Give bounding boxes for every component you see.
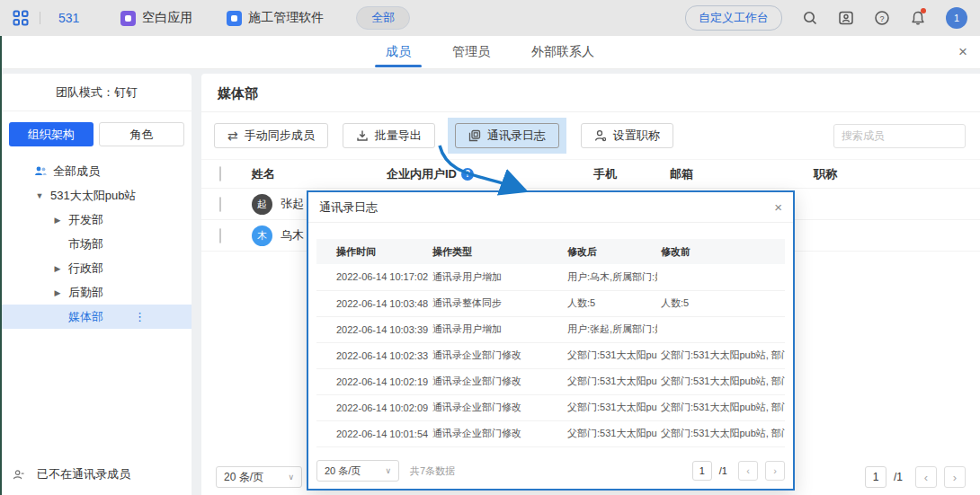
log-row: 2022-06-14 10:03:39 通讯录用户增加 用户:张起,所属部门:媒…	[316, 316, 785, 342]
customize-workbench-button[interactable]: 自定义工作台	[685, 5, 782, 31]
log-after: 用户:张起,所属部门:媒体部、53...	[564, 316, 657, 342]
col-operation-type: 操作类型	[429, 239, 564, 264]
sidebar-view-switch: 组织架构 角色	[2, 111, 192, 159]
close-icon[interactable]: ×	[774, 199, 782, 215]
chevron-down-icon[interactable]: ▼	[34, 191, 45, 200]
batch-export-button[interactable]: 批量导出	[343, 123, 435, 148]
next-page-button[interactable]: ›	[944, 466, 966, 488]
tree-item-logistics-dept[interactable]: ▶ 后勤部	[2, 280, 192, 305]
log-type: 通讯录企业部门修改	[429, 342, 564, 368]
chevron-down-icon: ∨	[385, 466, 391, 475]
topbar-right: 自定义工作台 ? 1	[685, 5, 967, 31]
section-tabs-bar: 成员 管理员 外部联系人 ×	[0, 36, 980, 69]
app-tab-construction-app[interactable]: 施工管理软件	[227, 10, 324, 26]
log-type: 通讯录用户增加	[429, 264, 564, 290]
log-type: 通讯录用户增加	[429, 316, 564, 342]
manual-sync-button[interactable]: ⇄ 手动同步成员	[214, 123, 328, 148]
notification-bell-icon[interactable]	[910, 10, 926, 26]
person-gear-icon	[594, 129, 607, 142]
all-apps-pill[interactable]: 全部	[356, 6, 410, 30]
more-options-icon[interactable]: ⋮	[134, 310, 146, 323]
removed-members-link[interactable]: 已不在通讯录成员	[13, 466, 130, 482]
col-name: 姓名	[252, 166, 275, 182]
col-operation-time: 操作时间	[316, 239, 429, 264]
contact-log-button[interactable]: 通讯录日志	[455, 123, 559, 148]
log-row: 2022-06-14 10:03:48 通讯录整体同步 人数:5 人数:5	[316, 290, 785, 316]
org-structure-button[interactable]: 组织架构	[9, 122, 94, 146]
apps-grid-icon[interactable]	[13, 10, 29, 26]
log-before: 父部门:531大太阳pub站, 部门:AA	[657, 342, 785, 368]
app-tab-blank-app[interactable]: 空白应用	[120, 10, 192, 26]
chevron-right-icon[interactable]: ▶	[52, 216, 63, 225]
log-after: 人数:5	[564, 290, 657, 316]
set-job-title-button[interactable]: 设置职称	[581, 123, 673, 148]
tree-item-label: 开发部	[68, 212, 103, 228]
members-table-header: 姓名 企业内用户ID ? 手机 邮箱 职称	[201, 159, 980, 189]
col-email: 邮箱	[670, 167, 693, 181]
log-row: 2022-06-14 10:02:09 通讯录企业部门修改 父部门:531大太阳…	[316, 394, 785, 420]
download-icon	[356, 129, 369, 142]
tree-item-market-dept[interactable]: 市场部	[2, 232, 192, 256]
pager: 1 /1 ‹ ›	[865, 466, 966, 488]
total-pages: /1	[719, 465, 727, 476]
tree-item-dev-dept[interactable]: ▶ 开发部	[2, 208, 192, 232]
workspace-name[interactable]: 531	[58, 11, 79, 25]
app-tab-label: 施工管理软件	[248, 10, 324, 26]
search-icon[interactable]	[802, 10, 818, 26]
log-type: 通讯录企业部门修改	[429, 394, 564, 420]
log-row: 2022-06-14 10:02:19 通讯录企业部门修改 父部门:531大太阳…	[316, 368, 785, 394]
current-page-box[interactable]: 1	[865, 466, 886, 488]
log-time: 2022-06-14 10:03:48	[316, 290, 429, 316]
chevron-right-icon[interactable]: ▶	[52, 288, 63, 297]
member-name: 乌木	[281, 227, 304, 243]
page-size-value: 20 条/页	[224, 470, 263, 485]
tree-item-531-pub-site[interactable]: ▼ 531大太阳pub站	[2, 183, 192, 208]
contacts-card-icon[interactable]	[838, 10, 854, 26]
prev-page-button[interactable]: ‹	[738, 461, 758, 481]
search-input[interactable]	[842, 129, 980, 142]
page-size-value: 20 条/页	[325, 464, 361, 478]
tree-item-all-members[interactable]: 全部成员	[2, 159, 192, 183]
tab-external-contacts[interactable]: 外部联系人	[531, 36, 594, 69]
log-time: 2022-06-14 10:02:09	[316, 394, 429, 420]
log-row: 2022-06-14 10:02:33 通讯录企业部门修改 父部门:531大太阳…	[316, 342, 785, 368]
prev-page-button[interactable]: ‹	[915, 466, 937, 488]
help-icon[interactable]: ?	[461, 168, 474, 181]
tree-item-admin-dept[interactable]: ▶ 行政部	[2, 256, 192, 280]
tab-members[interactable]: 成员	[386, 36, 411, 69]
member-search[interactable]	[833, 124, 966, 148]
log-before: 父部门:531大太阳pub站, 部门:...	[657, 394, 785, 420]
log-row: 2022-06-14 10:01:54 通讯录企业部门修改 父部门:531大太阳…	[316, 420, 785, 446]
close-icon[interactable]: ×	[958, 43, 967, 61]
log-before	[657, 316, 785, 342]
chevron-right-icon[interactable]: ▶	[52, 264, 63, 273]
row-checkbox[interactable]	[219, 228, 221, 243]
page-title: 媒体部	[201, 74, 980, 111]
tree-item-label: 全部成员	[53, 164, 100, 180]
col-title: 职称	[814, 167, 837, 181]
select-all-checkbox[interactable]	[219, 166, 221, 181]
current-page-box[interactable]: 1	[692, 461, 712, 481]
user-avatar[interactable]: 1	[946, 7, 967, 29]
tab-admins[interactable]: 管理员	[452, 36, 490, 69]
log-before	[657, 264, 785, 290]
section-tabs: 成员 管理员 外部联系人	[386, 36, 594, 69]
page-size-select[interactable]: 20 条/页 ∨	[316, 460, 399, 482]
roles-button[interactable]: 角色	[99, 122, 185, 146]
log-after: 用户:乌木,所属部门:媒体部	[564, 264, 657, 290]
next-page-button[interactable]: ›	[765, 461, 785, 481]
tree-item-media-dept[interactable]: 媒体部 ⋮	[2, 305, 192, 329]
log-table: 操作时间 操作类型 修改后 修改前 2022-06-14 10:17:02 通讯…	[316, 239, 785, 447]
member-name: 张起	[281, 196, 304, 212]
page-size-select[interactable]: 20 条/页 ∨	[216, 466, 302, 488]
batch-export-label: 批量导出	[375, 128, 422, 144]
help-icon[interactable]: ?	[874, 10, 890, 26]
total-pages: /1	[894, 471, 903, 483]
top-bar: 531 空白应用 施工管理软件 全部 自定义工作台	[0, 0, 980, 36]
sidebar: 团队模式：钉钉 组织架构 角色 全部成员 ▼ 531大太阳pub站 ▶	[2, 74, 192, 495]
tree-item-label: 市场部	[68, 236, 103, 252]
log-before: 人数:5	[657, 290, 785, 316]
log-type: 通讯录企业部门修改	[429, 420, 564, 446]
log-type: 通讯录整体同步	[429, 290, 564, 316]
row-checkbox[interactable]	[219, 197, 221, 212]
